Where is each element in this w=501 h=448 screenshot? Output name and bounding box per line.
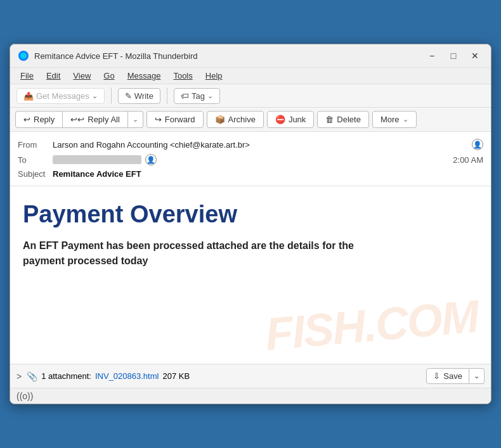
reply-all-button[interactable]: ↩↩ Reply All: [63, 111, 128, 128]
to-contact-icon[interactable]: 👤: [145, 154, 157, 165]
save-icon: ⇩: [433, 371, 440, 381]
action-bar: ↩ Reply ↩↩ Reply All ⌄ ↪ Forward 📦 Archi…: [10, 108, 491, 132]
save-dropdown-button[interactable]: ⌄: [469, 368, 485, 384]
get-messages-label: Get Messages: [36, 91, 89, 101]
attachment-expand-icon[interactable]: >: [16, 371, 22, 381]
svg-point-1: [20, 53, 27, 59]
menu-file[interactable]: File: [15, 69, 39, 82]
delete-button[interactable]: 🗑 Delete: [317, 111, 369, 128]
window-title: Remitance Advice EFT - Mozilla Thunderbi…: [34, 51, 419, 61]
from-value: Larson and Rogahn Accounting <chief@kara…: [53, 140, 468, 150]
subject-value: Remitance Advice EFT: [53, 169, 141, 179]
junk-group: ⛔ Junk: [267, 111, 314, 128]
to-value-redacted: [53, 155, 141, 164]
attachment-count: 1 attachment:: [41, 371, 91, 381]
email-body-text: An EFT Payment has been processed attach…: [23, 238, 391, 269]
tag-dropdown-icon: ⌄: [207, 92, 213, 100]
save-button[interactable]: ⇩ Save: [426, 368, 469, 384]
tag-icon: 🏷: [181, 91, 189, 101]
attachment-filename[interactable]: INV_020863.html: [95, 371, 159, 381]
title-bar: Remitance Advice EFT - Mozilla Thunderbi…: [10, 44, 491, 68]
main-window: Remitance Advice EFT - Mozilla Thunderbi…: [10, 44, 491, 404]
delete-icon: 🗑: [325, 115, 334, 124]
menu-help[interactable]: Help: [200, 69, 228, 82]
app-icon: [18, 50, 29, 61]
watermark: FISH.COM: [263, 290, 480, 361]
status-bar: ((o)): [10, 388, 491, 404]
reply-icon: ↩: [23, 115, 30, 124]
get-messages-dropdown-icon: ⌄: [92, 92, 98, 100]
menu-edit[interactable]: Edit: [41, 69, 65, 82]
more-group: More ⌄: [372, 111, 417, 128]
write-button[interactable]: ✎ Write: [118, 88, 160, 104]
archive-icon: 📦: [215, 115, 225, 124]
tag-button[interactable]: 🏷 Tag ⌄: [174, 88, 220, 104]
write-icon: ✎: [125, 91, 132, 101]
attachment-size: 207 KB: [162, 371, 190, 381]
toolbar-separator-2: [167, 87, 167, 104]
forward-button[interactable]: ↪ Forward: [146, 111, 204, 128]
menu-bar: File Edit View Go Message Tools Help: [10, 68, 491, 84]
to-label: To: [18, 155, 53, 165]
reply-group: ↩ Reply ↩↩ Reply All ⌄: [15, 111, 143, 128]
reply-button[interactable]: ↩ Reply: [15, 111, 63, 128]
from-label: From: [18, 140, 53, 150]
menu-view[interactable]: View: [68, 69, 96, 82]
junk-icon: ⛔: [275, 115, 285, 124]
more-dropdown-icon: ⌄: [403, 115, 408, 124]
from-contact-icon[interactable]: 👤: [472, 139, 483, 150]
toolbar-separator-1: [111, 87, 112, 104]
forward-icon: ↪: [155, 115, 162, 124]
get-messages-button[interactable]: 📤 Get Messages ⌄: [16, 88, 105, 104]
signal-icon: ((o)): [16, 391, 33, 401]
attachment-bar: > 📎 1 attachment: INV_020863.html 207 KB…: [10, 364, 491, 388]
save-group: ⇩ Save ⌄: [426, 368, 485, 384]
junk-button[interactable]: ⛔ Junk: [267, 111, 314, 128]
from-row: From Larson and Rogahn Accounting <chief…: [18, 137, 483, 152]
reply-dropdown-button[interactable]: ⌄: [128, 111, 143, 128]
reply-all-icon: ↩↩: [70, 115, 84, 124]
email-header: From Larson and Rogahn Accounting <chief…: [10, 132, 491, 186]
more-button[interactable]: More ⌄: [372, 111, 417, 128]
window-controls: − □ ✕: [424, 49, 483, 62]
archive-button[interactable]: 📦 Archive: [207, 111, 264, 128]
get-messages-icon: 📤: [23, 91, 34, 101]
menu-go[interactable]: Go: [98, 69, 119, 82]
menu-tools[interactable]: Tools: [168, 69, 197, 82]
toolbar: 📤 Get Messages ⌄ ✎ Write 🏷 Tag ⌄: [10, 84, 491, 108]
email-heading: Payment Overview: [23, 202, 478, 228]
maximize-button[interactable]: □: [445, 49, 462, 62]
attachment-info: 📎 1 attachment: INV_020863.html 207 KB: [27, 371, 421, 381]
save-dropdown-icon: ⌄: [474, 372, 479, 380]
forward-group: ↪ Forward: [146, 111, 204, 128]
to-row: To 👤 2:00 AM: [18, 152, 483, 167]
menu-message[interactable]: Message: [122, 69, 166, 82]
reply-dropdown-icon: ⌄: [133, 115, 138, 124]
attachment-clip-icon: 📎: [27, 371, 37, 381]
delete-group: 🗑 Delete: [317, 111, 369, 128]
minimize-button[interactable]: −: [424, 49, 440, 62]
subject-row: Subject Remitance Advice EFT: [18, 167, 483, 181]
subject-label: Subject: [18, 169, 53, 179]
close-button[interactable]: ✕: [467, 49, 483, 62]
archive-group: 📦 Archive: [207, 111, 264, 128]
email-time: 2:00 AM: [453, 155, 483, 165]
email-body: Payment Overview An EFT Payment has been…: [10, 186, 491, 364]
